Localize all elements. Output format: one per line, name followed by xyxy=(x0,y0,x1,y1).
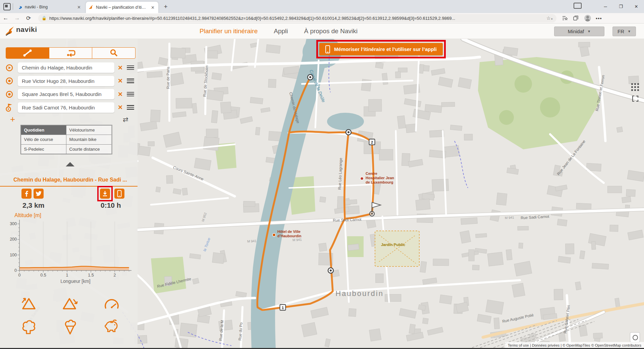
collapse-panel-icon[interactable] xyxy=(66,162,74,166)
share-twitter-button[interactable] xyxy=(34,189,44,199)
tab-roundtrip[interactable] xyxy=(49,48,93,58)
waypoint-input[interactable] xyxy=(18,102,114,113)
waypoint-input[interactable] xyxy=(18,89,114,99)
address-bar[interactable]: 🔒 https://www.naviki.org/fr/naviki/plani… xyxy=(38,14,556,22)
nav-appli[interactable]: Appli xyxy=(274,28,288,35)
badge-marker[interactable]: 1 xyxy=(280,305,286,310)
user-menu-button[interactable]: Minidaf▼ xyxy=(554,27,604,36)
tab-route-a-to-b[interactable] xyxy=(6,48,49,58)
drag-handle-icon[interactable] xyxy=(127,64,134,71)
descent-icon xyxy=(61,295,79,312)
svg-text:0.5: 0.5 xyxy=(40,273,46,278)
ice-cream-icon xyxy=(61,318,79,336)
window-layout-icon[interactable] xyxy=(574,3,582,9)
add-waypoint-button[interactable]: + xyxy=(10,114,15,124)
svg-text:Longueur [km]: Longueur [km] xyxy=(60,279,91,284)
tab-title: naviki - Bing xyxy=(25,5,74,9)
forward-button[interactable]: → xyxy=(11,15,23,21)
url-text[interactable]: https://www.naviki.org/fr/naviki/planifi… xyxy=(49,16,544,21)
svg-text:1: 1 xyxy=(282,306,284,310)
drag-handle-icon[interactable] xyxy=(127,91,134,98)
browser-tab-bing[interactable]: naviki - Bing ✕ xyxy=(15,2,85,12)
waypoint-row: ✕ xyxy=(0,102,138,113)
svg-text:1.5: 1.5 xyxy=(88,273,94,278)
reverse-route-icon[interactable]: ⇄ xyxy=(123,115,128,123)
map-label: Hospitalier Jean xyxy=(366,176,394,180)
smartphone-icon xyxy=(117,190,122,197)
back-button[interactable]: ← xyxy=(0,15,11,21)
language-code: FR xyxy=(618,29,624,34)
remove-waypoint-icon[interactable]: ✕ xyxy=(118,104,123,111)
window-controls: ─ ❐ ✕ xyxy=(598,0,644,13)
altitude-profile-chart: 010020030000.511.52Longueur [km] xyxy=(4,217,137,285)
route-type-quotidien[interactable]: Quotidien xyxy=(21,125,66,135)
svg-text:300: 300 xyxy=(10,221,17,226)
badge-marker[interactable]: 2 xyxy=(369,139,375,145)
destination-flag-icon xyxy=(5,103,14,112)
browser-menu-icon[interactable]: ••• xyxy=(596,15,602,21)
facebook-icon xyxy=(23,191,30,197)
map-label: Jardin Public xyxy=(381,243,406,247)
close-button[interactable]: ✕ xyxy=(629,0,644,13)
ring-marker[interactable] xyxy=(308,74,313,80)
send-to-phone-button[interactable] xyxy=(114,189,124,199)
map-label: M 941 xyxy=(292,238,302,242)
naviki-logo[interactable]: naviki xyxy=(5,26,37,37)
waypoint-row: ✕ xyxy=(0,62,138,73)
svg-text:200: 200 xyxy=(10,237,17,242)
map-label: Hôtel de Ville xyxy=(277,230,301,234)
route-type-mountain-bike[interactable]: Mountain bike xyxy=(66,135,112,145)
save-route-to-app-button[interactable]: Mémoriser l’itinéraire et l’utiliser sur… xyxy=(319,43,443,55)
waypoint-input[interactable] xyxy=(18,62,114,73)
ring-marker[interactable] xyxy=(346,130,351,135)
workspaces-icon[interactable] xyxy=(3,3,11,10)
twitter-icon xyxy=(36,191,42,196)
minimize-button[interactable]: ─ xyxy=(598,0,613,13)
new-tab-button[interactable]: + xyxy=(162,3,170,11)
map-label: de Luxembourg xyxy=(366,180,393,184)
map-label: M 941 xyxy=(247,239,257,243)
dot-marker[interactable] xyxy=(361,177,364,180)
drag-handle-icon[interactable] xyxy=(127,78,134,84)
maximize-button[interactable]: ❐ xyxy=(613,0,629,13)
browser-tab-naviki[interactable]: Naviki – planification d’itinéraire ✕ xyxy=(86,2,158,13)
favorites-hub-icon[interactable] xyxy=(562,15,568,21)
route-distance: 2,3 km xyxy=(22,201,44,209)
tab-search[interactable] xyxy=(92,48,135,58)
tab-separator xyxy=(13,3,13,10)
planner-mode-tabs xyxy=(6,47,136,59)
tab-close-icon[interactable]: ✕ xyxy=(76,5,82,10)
route-type-v-lotourisme[interactable]: Vélotourisme xyxy=(66,125,112,135)
tab-close-icon[interactable]: ✕ xyxy=(150,5,156,10)
map-label: Centre xyxy=(366,171,377,176)
fullscreen-icon[interactable] xyxy=(632,95,639,102)
via-point-icon xyxy=(5,90,14,99)
remove-waypoint-icon[interactable]: ✕ xyxy=(118,77,123,85)
main-navigation: Planifier un itinéraire Appli À propos d… xyxy=(200,23,358,39)
language-selector[interactable]: FR▼ xyxy=(612,27,636,36)
route-type-v-lo-de-course[interactable]: Vélo de course xyxy=(21,135,66,145)
drag-handle-icon[interactable] xyxy=(127,104,134,111)
route-type-s-pedelec[interactable]: S-Pedelec xyxy=(21,144,66,154)
map-layers-grid-icon[interactable] xyxy=(631,83,639,91)
user-name: Minidaf xyxy=(568,29,584,34)
dot-marker[interactable] xyxy=(273,234,276,237)
nav-planifier[interactable]: Planifier un itinéraire xyxy=(200,28,258,35)
smartphone-icon xyxy=(325,45,330,53)
share-facebook-button[interactable] xyxy=(21,189,32,199)
profile-avatar[interactable] xyxy=(584,15,591,21)
route-type-courte-distance[interactable]: Courte distance xyxy=(66,144,112,154)
ring-marker[interactable] xyxy=(328,268,333,273)
search-icon xyxy=(109,49,118,57)
red-annotation-box: Mémoriser l’itinéraire et l’utiliser sur… xyxy=(316,40,446,58)
waypoint-input[interactable] xyxy=(18,76,114,86)
locate-button[interactable] xyxy=(630,332,640,342)
remove-waypoint-icon[interactable]: ✕ xyxy=(118,64,123,71)
remove-waypoint-icon[interactable]: ✕ xyxy=(118,91,123,98)
tab-title: Naviki – planification d’itinéraire xyxy=(96,5,148,10)
add-favorite-icon[interactable]: ☆₊ xyxy=(546,15,553,21)
via-point-icon xyxy=(5,77,14,85)
collections-icon[interactable] xyxy=(573,15,579,21)
refresh-button[interactable]: ⟳ xyxy=(23,15,34,22)
nav-a-propos[interactable]: À propos de Naviki xyxy=(304,28,357,35)
